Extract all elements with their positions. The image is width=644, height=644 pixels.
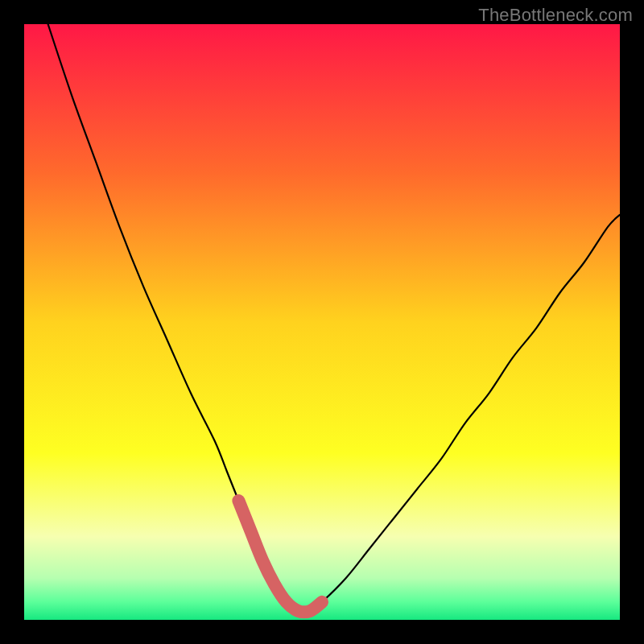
plot-area (24, 24, 620, 620)
watermark-text: TheBottleneck.com (478, 5, 633, 26)
bottleneck-curve-chart (24, 24, 620, 620)
chart-frame: TheBottleneck.com (0, 0, 644, 644)
gradient-background (24, 24, 620, 620)
